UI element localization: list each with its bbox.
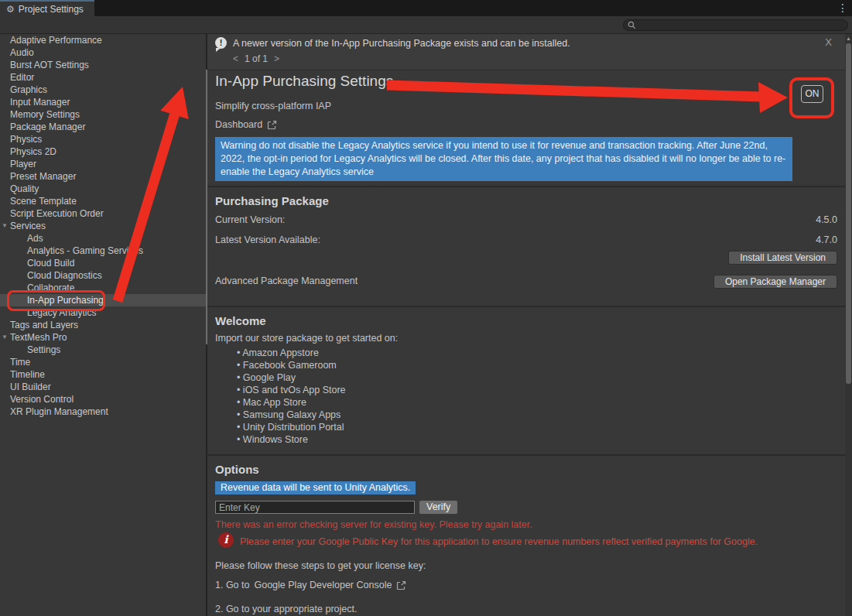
sidebar-item-physics[interactable]: Physics bbox=[0, 133, 206, 145]
google-key-warning-text: Please enter your Google Public Key for … bbox=[240, 536, 828, 547]
search-icon bbox=[628, 21, 636, 29]
sidebar-item-tags-and-layers[interactable]: Tags and Layers bbox=[0, 319, 206, 331]
sidebar-item-quality[interactable]: Quality bbox=[0, 183, 206, 195]
search-input[interactable] bbox=[639, 20, 843, 30]
sidebar-item-collaborate[interactable]: Collaborate bbox=[0, 282, 206, 294]
settings-nav: Adaptive Performance Audio Burst AOT Set… bbox=[0, 34, 206, 616]
step-2: 2. Go to your appropriate project. bbox=[215, 604, 357, 614]
list-item: Mac App Store bbox=[237, 396, 346, 409]
sidebar-item-ui-builder[interactable]: UI Builder bbox=[0, 381, 206, 393]
section-divider bbox=[207, 306, 845, 307]
sidebar-item-version-control[interactable]: Version Control bbox=[0, 393, 206, 406]
open-package-manager-button[interactable]: Open Package Manager bbox=[713, 275, 837, 289]
sidebar-item-scene-template[interactable]: Scene Template bbox=[0, 195, 206, 207]
notification-message: A newer version of the In-App Purchasing… bbox=[233, 38, 570, 49]
service-on-toggle[interactable]: ON bbox=[801, 85, 823, 103]
notification-bubble-icon: ! bbox=[215, 37, 227, 49]
sidebar-item-physics-2d[interactable]: Physics 2D bbox=[0, 145, 206, 158]
sidebar-item-textmesh-pro[interactable]: ▼TextMesh Pro bbox=[0, 331, 206, 344]
list-item: Windows Store bbox=[237, 433, 346, 446]
list-item: Unity Distribution Portal bbox=[237, 421, 346, 433]
list-item: Amazon Appstore bbox=[237, 347, 346, 359]
search-box[interactable] bbox=[623, 19, 848, 31]
options-heading: Options bbox=[215, 463, 259, 476]
project-settings-window: ⚙ Project Settings ⋮ Adaptive Performanc… bbox=[0, 0, 852, 616]
external-link-icon bbox=[267, 120, 277, 130]
tab-project-settings[interactable]: ⚙ Project Settings bbox=[0, 0, 94, 16]
dashboard-link[interactable]: Dashboard bbox=[215, 119, 277, 130]
steps-intro: Please follow these steps to get your li… bbox=[215, 560, 426, 571]
google-key-input[interactable] bbox=[215, 501, 415, 514]
sidebar-item-adaptive-performance[interactable]: Adaptive Performance bbox=[0, 34, 206, 46]
sidebar-item-services[interactable]: ▼Services bbox=[0, 220, 206, 232]
list-item: Google Play bbox=[237, 371, 346, 384]
purchasing-package-heading: Purchasing Package bbox=[215, 194, 329, 207]
sidebar-item-legacy-analytics[interactable]: Legacy Analytics bbox=[0, 306, 206, 319]
foldout-icon[interactable]: ▼ bbox=[2, 220, 8, 232]
scrollbar-thumb[interactable] bbox=[846, 43, 851, 384]
toolbar bbox=[0, 16, 852, 34]
latest-version-label: Latest Version Available: bbox=[215, 234, 320, 245]
external-link-icon bbox=[396, 580, 406, 590]
in-app-purchasing-panel: ! A newer version of the In-App Purchasi… bbox=[207, 34, 845, 616]
gear-icon: ⚙ bbox=[6, 5, 15, 14]
dashboard-label: Dashboard bbox=[215, 119, 262, 130]
main-scrollbar[interactable]: ▲ bbox=[845, 34, 852, 616]
legacy-analytics-warning: Warning do not disable the Legacy Analyt… bbox=[215, 137, 792, 181]
window-title: Project Settings bbox=[19, 4, 84, 15]
sidebar-item-graphics[interactable]: Graphics bbox=[0, 84, 206, 96]
pager-next-icon[interactable]: > bbox=[274, 53, 279, 64]
current-version-value: 4.5.0 bbox=[816, 214, 837, 225]
sidebar-item-memory-settings[interactable]: Memory Settings bbox=[0, 108, 206, 121]
sidebar-item-audio[interactable]: Audio bbox=[0, 46, 206, 59]
scroll-up-icon[interactable]: ▲ bbox=[845, 34, 852, 43]
subtitle: Simplify cross-platform IAP bbox=[215, 101, 331, 111]
welcome-heading: Welcome bbox=[215, 314, 266, 327]
pager-label: 1 of 1 bbox=[245, 53, 268, 64]
error-info-icon: i bbox=[218, 532, 234, 548]
update-notification: ! A newer version of the In-App Purchasi… bbox=[207, 34, 845, 70]
title-bar: ⚙ Project Settings ⋮ bbox=[0, 0, 852, 16]
section-divider bbox=[207, 186, 845, 187]
sidebar-item-editor[interactable]: Editor bbox=[0, 71, 206, 84]
sidebar-item-input-manager[interactable]: Input Manager bbox=[0, 96, 206, 108]
section-divider bbox=[207, 454, 845, 456]
sidebar-item-package-manager[interactable]: Package Manager bbox=[0, 121, 206, 133]
notification-pager: < 1 of 1 > bbox=[233, 53, 279, 64]
sidebar-item-cloud-diagnostics[interactable]: Cloud Diagnostics bbox=[0, 269, 206, 282]
sidebar-item-script-execution-order[interactable]: Script Execution Order bbox=[0, 207, 206, 220]
current-version-label: Current Version: bbox=[215, 214, 285, 225]
sidebar-item-burst-aot-settings[interactable]: Burst AOT Settings bbox=[0, 59, 206, 71]
sidebar-item-in-app-purchasing[interactable]: In-App Purchasing bbox=[0, 294, 206, 306]
latest-version-value: 4.7.0 bbox=[816, 234, 837, 245]
verify-button[interactable]: Verify bbox=[419, 500, 458, 515]
step-1: 1. Go to Google Play Developer Console bbox=[215, 580, 406, 590]
sidebar-item-time[interactable]: Time bbox=[0, 356, 206, 368]
welcome-intro: Import our store package to get started … bbox=[215, 333, 398, 344]
list-item: Samsung Galaxy Apps bbox=[237, 409, 346, 421]
page-title: In-App Purchasing Settings bbox=[215, 73, 393, 90]
install-latest-version-button[interactable]: Install Latest Version bbox=[728, 251, 837, 265]
list-item: Facebook Gameroom bbox=[237, 359, 346, 371]
sidebar-item-timeline[interactable]: Timeline bbox=[0, 368, 206, 381]
list-item: iOS and tvOs App Store bbox=[237, 384, 346, 396]
store-list: Amazon Appstore Facebook Gameroom Google… bbox=[237, 347, 346, 446]
kebab-menu-icon[interactable]: ⋮ bbox=[837, 1, 848, 15]
sidebar-item-player[interactable]: Player bbox=[0, 158, 206, 170]
pager-prev-icon[interactable]: < bbox=[233, 53, 238, 64]
sidebar-item-ads[interactable]: Ads bbox=[0, 232, 206, 245]
google-play-console-link[interactable]: Google Play Developer Console bbox=[254, 580, 392, 590]
server-error-text: There was an error checking server for e… bbox=[215, 519, 532, 530]
foldout-icon[interactable]: ▼ bbox=[2, 331, 8, 344]
step-1-prefix: 1. Go to bbox=[215, 580, 249, 590]
sidebar-item-textmesh-settings[interactable]: Settings bbox=[0, 344, 206, 356]
sidebar-item-preset-manager[interactable]: Preset Manager bbox=[0, 170, 206, 183]
close-icon[interactable]: X bbox=[825, 36, 832, 48]
advanced-package-management-label: Advanced Package Management bbox=[215, 275, 358, 286]
sidebar-item-xr-plugin-management[interactable]: XR Plugin Management bbox=[0, 406, 206, 418]
sidebar-item-analytics-gaming-services[interactable]: Analytics - Gaming Services bbox=[0, 245, 206, 257]
sidebar-item-cloud-build[interactable]: Cloud Build bbox=[0, 257, 206, 269]
analytics-notice-badge: Revenue data will be sent to Unity Analy… bbox=[215, 481, 416, 495]
